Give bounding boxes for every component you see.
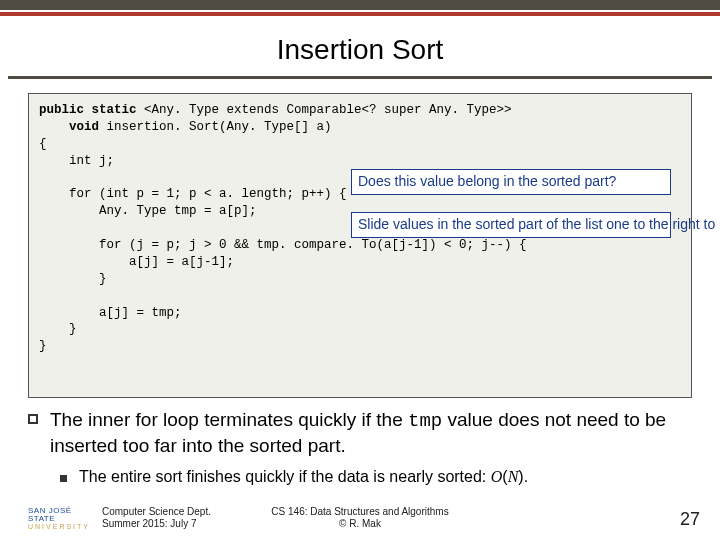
code-text: insertion. Sort(Any. Type[] a) (107, 120, 332, 134)
sub-bullet-icon (60, 475, 67, 482)
code-line: int j; (39, 154, 114, 168)
course-block: CS 146: Data Structures and Algorithms ©… (271, 506, 448, 530)
logo-line2: UNIVERSITY (28, 523, 84, 530)
slide-title: Insertion Sort (0, 34, 720, 66)
callout-slide: Slide values in the sorted part of the l… (351, 212, 671, 238)
course-line2: © R. Mak (271, 518, 448, 530)
course-line1: CS 146: Data Structures and Algorithms (271, 506, 448, 518)
logo-line1: SAN JOSÉ STATE (28, 507, 84, 523)
sub-paren-close: ). (518, 468, 528, 485)
page-number: 27 (680, 509, 700, 530)
sub-n: N (508, 468, 519, 485)
bullet-mono: tmp (408, 410, 442, 432)
content-area: public static <Any. Type extends Compara… (0, 79, 720, 486)
sub-bullet-text: The entire sort finishes quickly if the … (79, 468, 528, 486)
code-line: for (j = p; j > 0 && tmp. compare. To(a[… (39, 238, 527, 252)
code-line: a[j] = a[j-1]; (39, 255, 234, 269)
code-box: public static <Any. Type extends Compara… (28, 93, 692, 398)
top-bar (0, 0, 720, 10)
dept-block: Computer Science Dept. Summer 2015: July… (102, 506, 211, 530)
bullet-text: The inner for loop terminates quickly if… (50, 408, 692, 458)
code-line: a[j] = tmp; (39, 306, 182, 320)
sjsu-logo: SAN JOSÉ STATE UNIVERSITY (28, 507, 84, 530)
code-text: <Any. Type extends Comparable<? super An… (144, 103, 512, 117)
code-line: } (39, 272, 107, 286)
sub-o: O (491, 468, 503, 485)
dept-line1: Computer Science Dept. (102, 506, 211, 518)
callout-belong: Does this value belong in the sorted par… (351, 169, 671, 195)
code-line: for (int p = 1; p < a. length; p++) { (39, 187, 347, 201)
bullet-icon (28, 414, 38, 424)
code-kw: void (39, 120, 107, 134)
accent-line (0, 12, 720, 16)
bullet-row: The inner for loop terminates quickly if… (28, 408, 692, 458)
dept-line2: Summer 2015: July 7 (102, 518, 211, 530)
footer: SAN JOSÉ STATE UNIVERSITY Computer Scien… (0, 506, 720, 530)
code-line: } (39, 339, 47, 353)
code-line: { (39, 137, 47, 151)
bullet-pre: The inner for loop terminates quickly if… (50, 409, 408, 430)
code-line: } (39, 322, 77, 336)
sub-bullet-row: The entire sort finishes quickly if the … (60, 468, 692, 486)
code-line: Any. Type tmp = a[p]; (39, 204, 257, 218)
sub-pre: The entire sort finishes quickly if the … (79, 468, 491, 485)
code-kw: public static (39, 103, 144, 117)
